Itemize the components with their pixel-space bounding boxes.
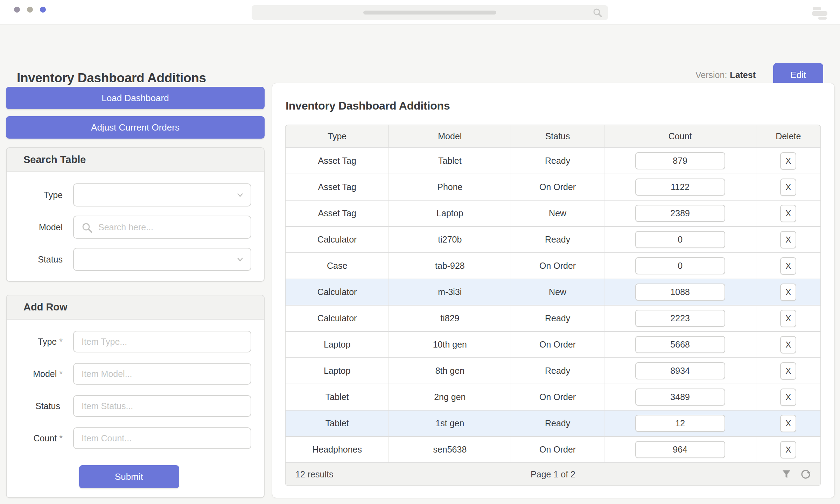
window-dot-2[interactable] xyxy=(27,7,33,13)
cell-status: On Order xyxy=(511,332,604,357)
refresh-icon[interactable] xyxy=(800,469,811,480)
version-text: Version:Latest xyxy=(695,70,756,80)
add-model-input[interactable] xyxy=(74,364,251,384)
delete-row-button[interactable]: X xyxy=(780,441,796,458)
count-input[interactable] xyxy=(635,152,725,169)
table-body: Asset Tag Tablet Ready X Asset Tag Phone… xyxy=(286,147,820,462)
cell-model: Tablet xyxy=(388,148,511,174)
window-dot-3[interactable] xyxy=(40,7,46,13)
table-row: Asset Tag Phone On Order X xyxy=(286,174,820,200)
count-input[interactable] xyxy=(635,362,725,379)
window-dot-1[interactable] xyxy=(14,7,20,13)
cell-status: On Order xyxy=(511,384,604,410)
cell-status: Ready xyxy=(511,227,604,252)
version-value: Latest xyxy=(730,70,756,80)
table-row: Laptop 8th gen Ready X xyxy=(286,357,820,384)
cell-model: 10th gen xyxy=(388,332,511,357)
count-input[interactable] xyxy=(635,257,725,274)
cell-model: m-3i3i xyxy=(388,279,511,305)
cell-model: Laptop xyxy=(388,201,511,226)
cell-status: Ready xyxy=(511,148,604,174)
cell-count xyxy=(604,174,756,200)
delete-row-button[interactable]: X xyxy=(780,231,796,248)
count-input[interactable] xyxy=(635,231,725,248)
delete-row-button[interactable]: X xyxy=(780,257,796,275)
table-row: Calculator ti270b Ready X xyxy=(286,226,820,252)
cell-type: Calculator xyxy=(286,227,388,252)
column-header-status: Status xyxy=(511,125,604,147)
cell-type: Asset Tag xyxy=(286,201,388,226)
count-input[interactable] xyxy=(635,178,725,196)
count-input[interactable] xyxy=(635,388,725,406)
cell-model: Phone xyxy=(388,174,511,200)
search-model-label: Model xyxy=(7,222,63,232)
add-count-label: Count* xyxy=(7,433,63,443)
cell-model: tab-928 xyxy=(388,253,511,279)
cell-count xyxy=(604,358,756,384)
cell-count xyxy=(604,437,756,462)
delete-row-button[interactable]: X xyxy=(780,388,796,406)
cell-model: ti829 xyxy=(388,306,511,331)
cell-delete: X xyxy=(756,437,820,462)
cell-status: New xyxy=(511,279,604,305)
cell-type: Laptop xyxy=(286,358,388,384)
cell-model: 1st gen xyxy=(388,411,511,436)
cell-delete: X xyxy=(756,148,820,174)
filter-icon[interactable] xyxy=(781,469,792,479)
add-model-field-wrap xyxy=(73,363,251,385)
load-dashboard-button[interactable]: Load Dashboard xyxy=(6,87,265,109)
search-model-input[interactable] xyxy=(74,216,251,238)
table-row: Headphones sen5638 On Order X xyxy=(286,436,820,462)
count-input[interactable] xyxy=(635,284,725,301)
search-type-select[interactable] xyxy=(73,183,251,206)
cell-type: Tablet xyxy=(286,384,388,410)
count-input[interactable] xyxy=(635,336,725,353)
page-title: Inventory Dashboard Additions xyxy=(17,71,206,85)
column-header-model: Model xyxy=(388,125,511,147)
address-placeholder-line xyxy=(363,11,496,15)
table-row: Laptop 10th gen On Order X xyxy=(286,331,820,357)
count-input[interactable] xyxy=(635,441,725,458)
cell-type: Calculator xyxy=(286,279,388,305)
add-type-input[interactable] xyxy=(74,331,251,352)
delete-row-button[interactable]: X xyxy=(780,152,796,170)
page-info: Page 1 of 2 xyxy=(531,469,575,479)
cell-status: On Order xyxy=(511,437,604,462)
cell-count xyxy=(604,306,756,331)
menu-icon[interactable] xyxy=(812,7,828,20)
delete-row-button[interactable]: X xyxy=(780,178,796,196)
table-row: Asset Tag Laptop New X xyxy=(286,200,820,226)
add-type-label: Type* xyxy=(7,337,63,347)
count-input[interactable] xyxy=(635,310,725,327)
cell-delete: X xyxy=(756,279,820,305)
column-header-count: Count xyxy=(604,125,756,147)
cell-status: On Order xyxy=(511,174,604,200)
page-header: Inventory Dashboard Additions Version:La… xyxy=(0,24,840,77)
table-row: Calculator ti829 Ready X xyxy=(286,305,820,331)
address-bar[interactable] xyxy=(252,5,608,20)
add-count-field-wrap xyxy=(73,427,251,449)
count-input[interactable] xyxy=(635,205,725,222)
table-row: Case tab-928 On Order X xyxy=(286,252,820,279)
cell-count xyxy=(604,332,756,357)
table-row: Tablet 2ng gen On Order X xyxy=(286,384,820,410)
delete-row-button[interactable]: X xyxy=(780,205,796,222)
cell-delete: X xyxy=(756,358,820,384)
search-icon[interactable] xyxy=(593,8,602,19)
add-count-input[interactable] xyxy=(74,428,251,448)
table-row: Tablet 1st gen Ready X xyxy=(286,410,820,436)
cell-count xyxy=(604,279,756,305)
submit-button[interactable]: Submit xyxy=(79,465,179,488)
adjust-current-orders-button[interactable]: Adjust Current Orders xyxy=(6,116,265,139)
delete-row-button[interactable]: X xyxy=(780,284,796,301)
delete-row-button[interactable]: X xyxy=(780,336,796,354)
delete-row-button[interactable]: X xyxy=(780,362,796,380)
delete-row-button[interactable]: X xyxy=(780,415,796,432)
search-status-select[interactable] xyxy=(73,248,251,271)
add-status-input[interactable] xyxy=(74,396,251,416)
add-type-field-wrap xyxy=(73,331,251,352)
search-status-label: Status xyxy=(7,254,63,265)
table-row: Calculator m-3i3i New X xyxy=(286,279,820,305)
delete-row-button[interactable]: X xyxy=(780,310,796,327)
count-input[interactable] xyxy=(635,415,725,432)
